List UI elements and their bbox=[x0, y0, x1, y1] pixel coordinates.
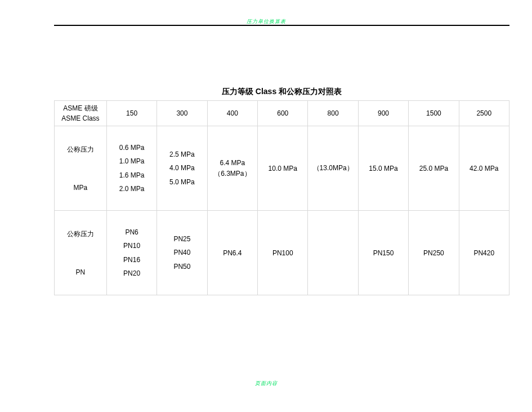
cell-pn-900: PN150 bbox=[358, 211, 408, 295]
header-2500: 2500 bbox=[459, 101, 509, 126]
table-header-row: ASME 磅级 ASME Class 150 300 400 600 800 9… bbox=[55, 101, 509, 126]
row-mpa-label: 公称压力 MPa bbox=[55, 126, 107, 211]
cell-value: PN6 bbox=[125, 228, 138, 236]
header-150: 150 bbox=[106, 101, 157, 126]
cell-pn-600: PN100 bbox=[258, 211, 308, 295]
page-header-rule bbox=[54, 25, 509, 26]
cell-value: PN16 bbox=[123, 256, 140, 264]
header-900: 900 bbox=[358, 101, 408, 126]
cell-pn-150: PN6 PN10 PN16 PN20 bbox=[106, 211, 157, 295]
content-area: 压力等级 Class 和公称压力对照表 ASME 磅级 ASME Class 1… bbox=[54, 87, 509, 295]
row-pn-label: 公称压力 PN bbox=[55, 211, 107, 295]
header-asme-line2: ASME Class bbox=[61, 113, 99, 123]
row-pn-label-line2: PN bbox=[76, 268, 86, 276]
row-mpa-label-line2: MPa bbox=[74, 184, 88, 192]
cell-mpa-2500: 42.0 MPa bbox=[459, 126, 509, 211]
header-asme: ASME 磅级 ASME Class bbox=[55, 101, 107, 126]
cell-mpa-900: 15.0 MPa bbox=[358, 126, 408, 211]
cell-pn-1500: PN250 bbox=[409, 211, 459, 295]
cell-mpa-1500: 25.0 MPa bbox=[409, 126, 459, 211]
cell-value: 1.6 MPa bbox=[119, 171, 145, 179]
row-pn: 公称压力 PN PN6 PN10 PN16 PN20 PN25 PN40 PN5… bbox=[55, 211, 509, 295]
row-mpa-label-line1: 公称压力 bbox=[67, 145, 94, 154]
cell-value: 4.0 MPa bbox=[169, 164, 195, 172]
pressure-class-table: ASME 磅级 ASME Class 150 300 400 600 800 9… bbox=[54, 100, 509, 295]
cell-value: 0.6 MPa bbox=[119, 144, 145, 152]
cell-value: PN25 bbox=[173, 235, 190, 243]
cell-value: 2.5 MPa bbox=[169, 150, 195, 158]
cell-mpa-150: 0.6 MPa 1.0 MPa 1.6 MPa 2.0 MPa bbox=[106, 126, 157, 211]
cell-value: PN20 bbox=[123, 269, 140, 277]
cell-mpa-300: 2.5 MPa 4.0 MPa 5.0 MPa bbox=[157, 126, 207, 211]
row-pn-label-line1: 公称压力 bbox=[67, 229, 94, 239]
page-footer-text: 页面内容 bbox=[0, 380, 532, 387]
header-400: 400 bbox=[207, 101, 257, 126]
cell-pn-400: PN6.4 bbox=[207, 211, 257, 295]
cell-value: 6.4 MPa bbox=[220, 159, 245, 167]
header-600: 600 bbox=[258, 101, 308, 126]
cell-value: PN10 bbox=[123, 242, 140, 250]
cell-value: 1.0 MPa bbox=[119, 157, 145, 165]
table-title: 压力等级 Class 和公称压力对照表 bbox=[54, 87, 509, 97]
cell-value: 2.0 MPa bbox=[119, 185, 145, 193]
row-mpa: 公称压力 MPa 0.6 MPa 1.0 MPa 1.6 MPa 2.0 MPa… bbox=[55, 126, 509, 211]
cell-mpa-800: （13.0MPa） bbox=[308, 126, 358, 211]
cell-mpa-600: 10.0 MPa bbox=[258, 126, 308, 211]
cell-pn-300: PN25 PN40 PN50 bbox=[157, 211, 207, 295]
header-800: 800 bbox=[308, 101, 358, 126]
cell-pn-2500: PN420 bbox=[459, 211, 509, 295]
cell-value: 5.0 MPa bbox=[169, 178, 195, 186]
header-asme-line1: ASME 磅级 bbox=[63, 103, 97, 113]
cell-pn-800 bbox=[308, 211, 358, 295]
header-300: 300 bbox=[157, 101, 207, 126]
header-1500: 1500 bbox=[409, 101, 459, 126]
cell-mpa-400: 6.4 MPa （6.3MPa） bbox=[207, 126, 257, 211]
cell-value: PN50 bbox=[173, 263, 190, 271]
cell-value: PN40 bbox=[173, 249, 190, 256]
cell-value: （6.3MPa） bbox=[214, 170, 251, 178]
